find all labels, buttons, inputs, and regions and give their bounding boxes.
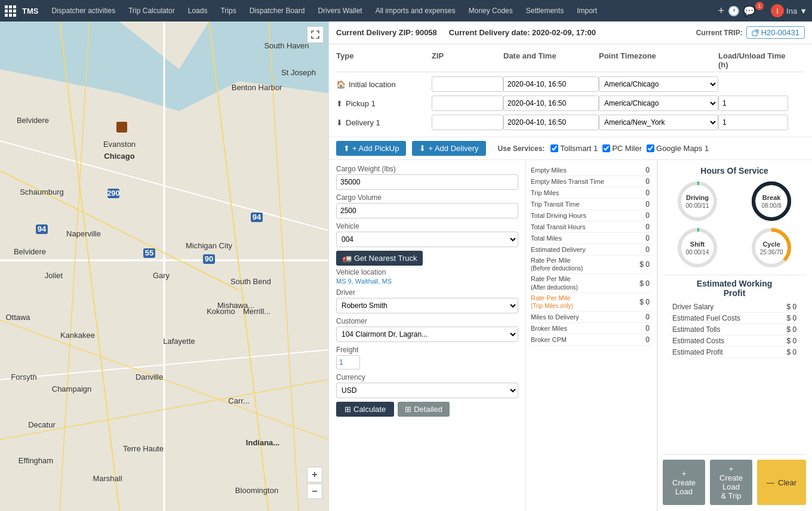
nav-dispatcher-activities[interactable]: Dispatcher activities	[45, 0, 121, 21]
tollsmart-input[interactable]	[550, 144, 558, 152]
pickup1-zip[interactable]	[432, 96, 503, 111]
delivery1-zip[interactable]	[432, 115, 503, 130]
col-date-time: Date and Time	[503, 51, 599, 69]
pcmiler-checkbox[interactable]: PC Miler	[602, 144, 642, 153]
pickup-icon: ⬆	[336, 99, 343, 108]
zoom-out-button[interactable]: −	[307, 484, 322, 499]
vehicle-select[interactable]: 004	[336, 232, 518, 247]
nav-money-codes[interactable]: Money Codes	[463, 0, 519, 21]
nearest-truck-button[interactable]: 🚛 Get Nearest Truck	[336, 251, 423, 266]
delivery-date-info: Current Delivery date: 2020-02-09, 17:00	[449, 28, 596, 37]
vehicle-location-label: Vehicle location	[336, 268, 518, 276]
detailed-button[interactable]: ⊞ Detailed	[398, 402, 450, 417]
delivery-date-value: 2020-02-09, 17:00	[532, 28, 596, 37]
chat-icon[interactable]: 💬	[743, 5, 755, 17]
pickup1-datetime[interactable]	[503, 96, 599, 111]
pickup1-label: ⬆ Pickup 1	[336, 99, 432, 108]
customer-select[interactable]: 104 Clairmont Dr, Lagran...	[336, 327, 518, 342]
hos-cycle-circle: Cycle 25:36/70	[751, 227, 792, 269]
delivery1-datetime[interactable]	[503, 115, 599, 130]
profit-section: Estimated WorkingProfit Driver Salary $ …	[663, 275, 806, 362]
initial-location-timezone[interactable]: America/Chicago	[599, 76, 718, 92]
nav-drivers-wallet[interactable]: Drivers Wallet	[312, 0, 368, 21]
driver-select[interactable]: Roberto Smith	[336, 298, 518, 313]
svg-text:Merrill...: Merrill...	[243, 307, 270, 316]
cargo-volume-input[interactable]	[336, 203, 518, 218]
nav-dispatcher-board[interactable]: Dispatcher Board	[244, 0, 311, 21]
svg-text:Effingham: Effingham	[19, 456, 53, 465]
user-menu[interactable]: I Ina ▼	[771, 4, 807, 17]
pcmiler-input[interactable]	[602, 144, 610, 152]
svg-text:Danville: Danville	[136, 373, 163, 381]
hos-break-circle: Break 08:00/8	[751, 180, 792, 222]
profit-tolls: Estimated Tolls $ 0	[670, 324, 799, 335]
topnav: TMS Dispatcher activities Trip Calculato…	[0, 0, 812, 21]
pickup1-load-unload[interactable]	[718, 96, 788, 111]
delivery1-load-unload[interactable]	[718, 115, 788, 130]
add-pickup-button[interactable]: ⬆ + Add PickUp	[336, 141, 406, 156]
driver-salary-name: Driver Salary	[672, 303, 713, 311]
nav-trips[interactable]: Trips	[214, 0, 242, 21]
brand-name: TMS	[22, 7, 38, 16]
svg-text:Chicago: Chicago	[104, 152, 134, 161]
fuel-costs-name: Estimated Fuel Costs	[672, 314, 740, 322]
stat-broker-miles-val: 0	[616, 324, 652, 333]
create-load-trip-button[interactable]: + Create Load & Trip	[710, 460, 752, 505]
initial-location-label: 🏠 Initial location	[336, 80, 432, 89]
initial-location-datetime[interactable]	[503, 76, 599, 92]
btn-row: ⬆ + Add PickUp ⬇ + Add Delivery Use Serv…	[329, 137, 812, 160]
stat-empty-miles-val: 0	[616, 166, 652, 174]
svg-text:Kankakee: Kankakee	[60, 331, 95, 340]
tollsmart-checkbox[interactable]: Tollsmart 1	[550, 144, 598, 153]
zoom-in-button[interactable]: +	[307, 467, 322, 482]
add-icon[interactable]: +	[718, 5, 725, 17]
pickup1-timezone[interactable]: America/Chicago	[599, 96, 718, 111]
cargo-volume-group: Cargo Volume	[336, 193, 518, 218]
detailed-label: Detailed	[414, 405, 442, 414]
svg-text:55: 55	[145, 248, 153, 257]
freight-input[interactable]	[336, 355, 360, 370]
stat-broker-cpm-val: 0	[616, 335, 652, 344]
stat-total-transit-hours-val: 0	[616, 223, 652, 231]
currency-select[interactable]: USD	[336, 383, 518, 398]
stat-empty-miles: Empty Miles 0	[531, 165, 652, 176]
hos-shift: Shift 00:00/14	[676, 227, 718, 269]
hos-title: Hours Of Service	[663, 166, 806, 176]
calculate-button[interactable]: ⊞ Calculate	[336, 402, 394, 417]
add-delivery-button[interactable]: ⬇ + Add Delivery	[412, 141, 485, 156]
nav-import[interactable]: Import	[571, 0, 603, 21]
currency-group: Currency USD	[336, 373, 518, 398]
expand-icon	[311, 30, 319, 39]
cargo-weight-input[interactable]	[336, 174, 518, 190]
stat-total-miles-val: 0	[616, 234, 652, 242]
panel-body: Cargo Weight (lbs) Cargo Volume Vehicle …	[329, 160, 812, 511]
create-load-button[interactable]: + Create Load	[663, 460, 705, 505]
estimated-profit-name: Estimated Profit	[672, 348, 723, 356]
break-circle-svg	[751, 180, 792, 222]
customer-label: Customer	[336, 317, 518, 325]
form-row-delivery1: ⬇ Delivery 1 America/New_York	[336, 113, 805, 132]
delivery1-timezone[interactable]: America/New_York	[599, 115, 718, 130]
pcmiler-label: PC Miler	[612, 144, 642, 153]
svg-text:Forsyth: Forsyth	[11, 373, 36, 381]
googlemaps-input[interactable]	[647, 144, 654, 152]
svg-text:90: 90	[205, 254, 213, 263]
info-bar: Current Delivery ZIP: 90058 Current Deli…	[329, 21, 812, 44]
googlemaps-checkbox[interactable]: Google Maps 1	[647, 144, 709, 153]
stat-rate-after: Rate Per Mile(After deductions) $ 0	[531, 274, 652, 293]
clear-button[interactable]: — Clear	[757, 460, 806, 505]
clock-icon[interactable]: 🕐	[728, 5, 740, 17]
trip-link[interactable]: H20-00431	[746, 26, 805, 39]
svg-text:Belvidere: Belvidere	[17, 116, 49, 125]
svg-text:Evanston: Evanston	[103, 140, 136, 149]
nav-imports-expenses[interactable]: All imports and expenses	[370, 0, 462, 21]
nav-loads[interactable]: Loads	[182, 0, 214, 21]
nav-trip-calculator[interactable]: Trip Calculator	[122, 0, 181, 21]
svg-text:290: 290	[107, 189, 120, 198]
svg-text:Joliet: Joliet	[45, 271, 63, 280]
nav-settlements[interactable]: Settlements	[520, 0, 570, 21]
calc-icon: ⊞	[345, 405, 351, 414]
initial-location-zip[interactable]	[432, 76, 503, 92]
customer-group: Customer 104 Clairmont Dr, Lagran...	[336, 317, 518, 342]
map-expand-button[interactable]	[307, 26, 324, 43]
